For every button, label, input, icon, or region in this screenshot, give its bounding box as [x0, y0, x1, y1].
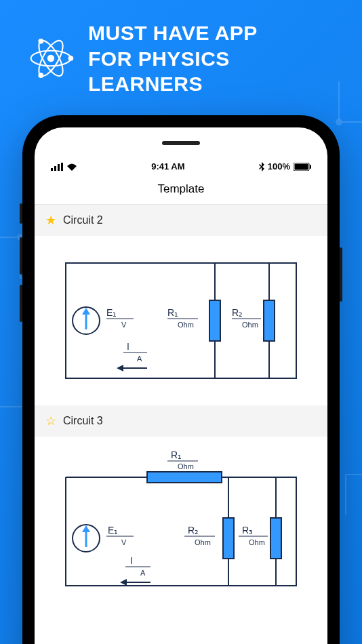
battery-icon [294, 163, 311, 171]
nav-title: Template [35, 177, 327, 205]
star-outline-icon[interactable]: ☆ [45, 414, 56, 428]
mute-switch [20, 203, 22, 224]
label-r3-unit: Ohm [249, 538, 265, 546]
svg-rect-41 [223, 518, 234, 559]
label-e1-unit: V [121, 321, 127, 329]
svg-rect-23 [209, 300, 220, 341]
svg-point-8 [39, 39, 43, 43]
atom-icon [27, 35, 75, 82]
phone-speaker [162, 141, 200, 145]
label-r1: R₁ [171, 450, 182, 460]
svg-point-1 [336, 119, 342, 125]
label-r1: R₁ [167, 307, 178, 318]
svg-rect-10 [51, 168, 53, 171]
svg-rect-11 [54, 166, 56, 171]
label-i-unit: A [140, 569, 146, 577]
circuit-header[interactable]: ☆ Circuit 3 [35, 405, 327, 437]
headline-line-1: MUST HAVE APP [88, 20, 335, 46]
svg-text:E₁: E₁ [106, 307, 117, 318]
promo-header: MUST HAVE APP FOR PHYSICS LEARNERS [0, 0, 362, 110]
svg-text:E₁: E₁ [108, 525, 118, 536]
label-e1: E₁ [108, 525, 118, 536]
circuit-diagram[interactable]: R₁ Ohm E₁ V R₂ Ohm R₃ Ohm I [35, 437, 327, 613]
svg-rect-13 [61, 163, 63, 171]
bluetooth-icon [259, 162, 264, 172]
svg-text:I: I [127, 341, 129, 352]
circuit-title: Circuit 3 [63, 415, 103, 427]
label-i: I [130, 555, 133, 566]
svg-text:R₂: R₂ [188, 525, 199, 536]
svg-text:R₁: R₁ [167, 307, 178, 318]
label-i: I [127, 341, 129, 352]
signal-icon [51, 163, 63, 171]
svg-rect-24 [264, 300, 275, 341]
phone-screen: 9:41 AM 100% Template ★ Circuit 2 [35, 127, 327, 644]
headline-text: MUST HAVE APP FOR PHYSICS LEARNERS [88, 20, 335, 97]
label-r3: R₃ [242, 525, 253, 536]
svg-rect-12 [58, 164, 60, 171]
label-r1-unit: Ohm [178, 321, 194, 329]
svg-rect-42 [270, 518, 281, 559]
svg-text:I: I [130, 555, 133, 566]
label-r2: R₂ [232, 307, 243, 318]
label-e1: E₁ [106, 307, 117, 318]
star-filled-icon[interactable]: ★ [45, 213, 56, 228]
circuit-title: Circuit 2 [63, 214, 103, 226]
wifi-icon [66, 163, 77, 171]
svg-text:R₁: R₁ [171, 450, 182, 460]
volume-up-button [20, 237, 22, 275]
label-r2-unit: Ohm [242, 321, 258, 329]
label-r2-unit: Ohm [195, 538, 211, 546]
svg-point-9 [39, 74, 43, 78]
status-bar: 9:41 AM 100% [35, 127, 327, 177]
svg-rect-35 [147, 472, 222, 483]
status-time: 9:41 AM [151, 161, 184, 172]
svg-marker-44 [120, 579, 127, 586]
svg-rect-16 [310, 165, 311, 169]
svg-text:R₃: R₃ [242, 525, 253, 536]
phone-frame: 9:41 AM 100% Template ★ Circuit 2 [22, 115, 340, 644]
label-i-unit: A [137, 355, 142, 363]
svg-point-7 [69, 56, 73, 60]
circuit-diagram[interactable]: E₁ V R₁ Ohm R₂ Ohm I A [35, 236, 327, 405]
label-e1-unit: V [121, 538, 127, 546]
volume-down-button [20, 285, 22, 322]
svg-text:R₂: R₂ [232, 307, 243, 318]
circuit-header[interactable]: ★ Circuit 2 [35, 205, 327, 236]
label-r2: R₂ [188, 525, 199, 536]
template-list[interactable]: ★ Circuit 2 [35, 205, 327, 613]
headline-line-2: FOR PHYSICS LEARNERS [88, 46, 335, 97]
svg-rect-15 [295, 163, 308, 169]
power-button [340, 247, 342, 302]
svg-marker-26 [117, 365, 123, 371]
battery-percent: 100% [268, 161, 290, 172]
svg-point-6 [48, 56, 54, 61]
label-r1-unit: Ohm [178, 462, 194, 470]
